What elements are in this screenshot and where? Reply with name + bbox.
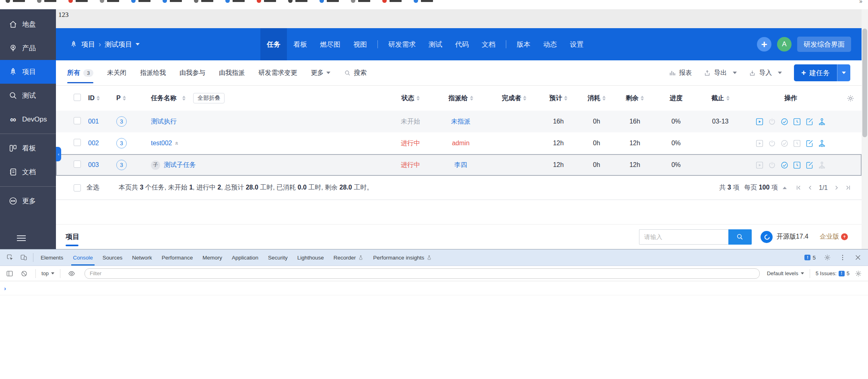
table-row-selected[interactable]: 003 3 子 测试子任务 进行中 李四 12h 0h 12h 0% [56, 154, 862, 176]
task-name-link[interactable]: 测试执行 [151, 117, 177, 126]
row-checkbox[interactable] [74, 139, 81, 146]
zentao-logo[interactable] [761, 231, 773, 243]
tab-build[interactable]: 版本 [510, 28, 537, 60]
report-button[interactable]: 报表 [669, 69, 692, 77]
table-row[interactable]: 002 3 test002 « 进行中 admin 12h 0h 12h 0% [56, 132, 862, 154]
col-name[interactable]: 任务名称 [151, 94, 177, 103]
sort-icon[interactable] [470, 96, 473, 101]
bookmark-item[interactable] [37, 0, 56, 3]
bookmark-item[interactable] [414, 0, 433, 3]
import-button[interactable]: 导入 [749, 69, 782, 77]
filter-assigned-to-me[interactable]: 指派给我 [140, 69, 166, 77]
sidebar-item-product[interactable]: 产品 [0, 36, 56, 60]
sort-icon[interactable] [182, 96, 186, 101]
filter-unclosed[interactable]: 未关闭 [107, 69, 126, 77]
task-id-link[interactable]: 002 [88, 140, 99, 146]
row-checkbox[interactable] [74, 161, 81, 168]
sidebar-item-devops[interactable]: ∞ DevOps [0, 107, 56, 131]
select-all-checkbox[interactable] [74, 94, 81, 101]
tab-code[interactable]: 代码 [449, 28, 475, 60]
devtools-tab-console[interactable]: Console [68, 249, 98, 266]
bottom-tab-project[interactable]: 项目 [66, 232, 79, 241]
bookmark-item[interactable] [194, 0, 213, 3]
sort-icon[interactable] [523, 96, 526, 101]
sidebar-collapse-handle[interactable]: ‹ [56, 147, 61, 161]
bookmark-item[interactable] [6, 0, 25, 3]
kebab-menu-icon[interactable] [836, 252, 849, 263]
filter-assigned-by-me[interactable]: 由我指派 [219, 69, 245, 77]
filter-more[interactable]: 更多 [311, 69, 330, 77]
inspect-element-icon[interactable] [3, 252, 17, 263]
edit-task-icon[interactable] [805, 161, 814, 169]
console-settings-gear-icon[interactable] [853, 268, 864, 279]
start-task-icon[interactable] [755, 117, 764, 126]
finish-task-icon[interactable] [780, 161, 789, 169]
sort-icon[interactable] [602, 96, 606, 101]
upgrade-link[interactable]: 企业版 [820, 233, 839, 241]
assignee-link[interactable]: 未指派 [451, 118, 470, 125]
devtools-settings-gear-icon[interactable] [821, 252, 834, 263]
select-all-label[interactable]: 全选 [87, 183, 99, 192]
sort-icon[interactable] [726, 96, 730, 101]
search-toggle[interactable]: 搜索 [344, 69, 367, 77]
sidebar-item-dashboard[interactable]: 地盘 [0, 12, 56, 36]
task-id-link[interactable]: 003 [88, 161, 99, 168]
quick-search-button[interactable] [728, 229, 752, 245]
devtools-tab-performance[interactable]: Performance [157, 249, 198, 266]
start-task-icon[interactable] [755, 161, 764, 169]
task-name-link[interactable]: 测试子任务 [164, 161, 196, 169]
devtools-tab-recorder[interactable]: Recorder [329, 249, 369, 266]
tab-doc[interactable]: 文档 [475, 28, 502, 60]
scrollbar-thumb[interactable] [862, 29, 867, 137]
devtools-tab-application[interactable]: Application [227, 249, 263, 266]
quick-search-input[interactable] [639, 229, 728, 245]
col-consumed[interactable]: 消耗 [588, 94, 600, 103]
sidebar-item-doc[interactable]: 文档 [0, 160, 56, 184]
tab-test[interactable]: 测试 [422, 28, 449, 60]
upgrade-arrow-icon[interactable] [841, 233, 848, 240]
breadcrumb-project[interactable]: 测试项目 [105, 40, 132, 49]
create-subtask-icon[interactable] [818, 117, 826, 126]
clear-console-icon[interactable] [19, 268, 30, 279]
bookmark-item[interactable] [382, 0, 402, 3]
console-prompt-row[interactable]: › [0, 281, 868, 295]
bookmark-item[interactable] [68, 0, 88, 3]
frame-context-dropdown[interactable]: top [41, 270, 54, 276]
edit-task-icon[interactable] [805, 139, 814, 148]
sort-icon[interactable] [123, 96, 126, 101]
devtools-tab-memory[interactable]: Memory [198, 249, 227, 266]
start-task-icon[interactable] [755, 139, 764, 148]
col-remaining[interactable]: 剩余 [626, 94, 639, 103]
breadcrumb-app[interactable]: 项目 [81, 40, 95, 49]
record-effort-icon[interactable] [793, 139, 801, 148]
devtools-tab-elements[interactable]: Elements [36, 249, 68, 266]
finish-task-icon[interactable] [780, 117, 789, 126]
bookmark-item[interactable] [351, 0, 370, 3]
sort-icon[interactable] [416, 96, 420, 101]
tab-view[interactable]: 视图 [347, 28, 373, 60]
col-id[interactable]: ID [88, 95, 95, 102]
devtools-tab-network[interactable]: Network [127, 249, 157, 266]
bookmark-item[interactable] [100, 0, 119, 3]
export-button[interactable]: 导出 [704, 69, 737, 77]
avatar[interactable]: A [777, 37, 792, 51]
filter-all[interactable]: 所有 3 [67, 69, 93, 77]
sort-icon[interactable] [564, 96, 567, 101]
select-all-checkbox[interactable] [74, 184, 81, 192]
create-subtask-icon[interactable] [818, 161, 826, 169]
tab-task[interactable]: 任务 [260, 28, 287, 60]
column-settings-gear-icon[interactable] [839, 95, 862, 102]
sidebar-item-more[interactable]: 更多 [0, 189, 56, 213]
bookmark-item[interactable] [163, 0, 182, 3]
per-page-caret-icon[interactable] [783, 187, 787, 189]
collapse-children-icon[interactable]: « [174, 142, 181, 145]
bookmark-item[interactable] [131, 0, 151, 3]
sidebar-collapse-menu-icon[interactable] [17, 234, 26, 243]
tab-dynamic[interactable]: 动态 [537, 28, 563, 60]
devtools-tab-sources[interactable]: Sources [98, 249, 128, 266]
issues-counter[interactable]: ! 5 [801, 255, 819, 261]
col-estimate[interactable]: 预计 [549, 94, 562, 103]
finish-task-icon[interactable] [780, 139, 789, 148]
table-row[interactable]: 001 3 测试执行 未开始 未指派 16h 0h 16h 0% 03-13 [56, 111, 862, 132]
assignee-link[interactable]: admin [452, 140, 470, 146]
